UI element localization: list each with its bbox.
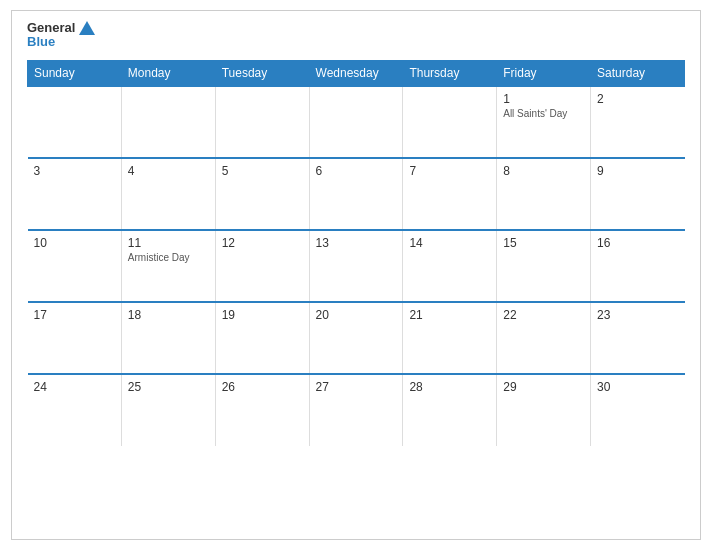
day-number: 28: [409, 380, 490, 394]
calendar-cell: 19: [215, 302, 309, 374]
calendar-cell: 11Armistice Day: [121, 230, 215, 302]
day-event: All Saints' Day: [503, 108, 584, 119]
day-number: 24: [34, 380, 115, 394]
calendar-cell: [215, 86, 309, 158]
calendar-cell: 4: [121, 158, 215, 230]
day-number: 25: [128, 380, 209, 394]
calendar-cell: [28, 86, 122, 158]
calendar-cell: 9: [591, 158, 685, 230]
calendar-cell: 20: [309, 302, 403, 374]
logo-triangle-icon: [79, 21, 95, 35]
calendar-cell: [121, 86, 215, 158]
day-number: 14: [409, 236, 490, 250]
weekday-header-saturday: Saturday: [591, 60, 685, 86]
calendar-cell: 2: [591, 86, 685, 158]
weekday-header-wednesday: Wednesday: [309, 60, 403, 86]
calendar-cell: 30: [591, 374, 685, 446]
weekday-header-sunday: Sunday: [28, 60, 122, 86]
calendar-week-row: 24252627282930: [28, 374, 685, 446]
day-number: 2: [597, 92, 678, 106]
day-number: 21: [409, 308, 490, 322]
day-number: 19: [222, 308, 303, 322]
calendar-cell: 8: [497, 158, 591, 230]
weekday-header-thursday: Thursday: [403, 60, 497, 86]
calendar-cell: 14: [403, 230, 497, 302]
calendar-cell: 21: [403, 302, 497, 374]
day-number: 20: [316, 308, 397, 322]
logo: General Blue: [27, 21, 95, 50]
calendar-cell: 5: [215, 158, 309, 230]
calendar-cell: 28: [403, 374, 497, 446]
day-number: 6: [316, 164, 397, 178]
day-number: 15: [503, 236, 584, 250]
calendar-cell: 26: [215, 374, 309, 446]
calendar-cell: 29: [497, 374, 591, 446]
calendar-cell: 13: [309, 230, 403, 302]
calendar-cell: 16: [591, 230, 685, 302]
day-number: 26: [222, 380, 303, 394]
calendar-cell: [403, 86, 497, 158]
day-number: 16: [597, 236, 678, 250]
calendar-cell: 22: [497, 302, 591, 374]
day-number: 9: [597, 164, 678, 178]
calendar-cell: 25: [121, 374, 215, 446]
calendar-cell: 23: [591, 302, 685, 374]
day-number: 5: [222, 164, 303, 178]
day-number: 11: [128, 236, 209, 250]
calendar-cell: 24: [28, 374, 122, 446]
day-number: 17: [34, 308, 115, 322]
calendar-cell: 17: [28, 302, 122, 374]
calendar-cell: 18: [121, 302, 215, 374]
day-number: 12: [222, 236, 303, 250]
day-event: Armistice Day: [128, 252, 209, 263]
calendar-header: General Blue: [27, 21, 685, 50]
day-number: 4: [128, 164, 209, 178]
logo-general-text: General: [27, 21, 75, 35]
day-number: 30: [597, 380, 678, 394]
weekday-header-tuesday: Tuesday: [215, 60, 309, 86]
weekday-header-row: SundayMondayTuesdayWednesdayThursdayFrid…: [28, 60, 685, 86]
calendar-cell: 15: [497, 230, 591, 302]
day-number: 27: [316, 380, 397, 394]
day-number: 13: [316, 236, 397, 250]
logo-blue-text: Blue: [27, 35, 55, 49]
calendar-cell: 10: [28, 230, 122, 302]
calendar-week-row: 1011Armistice Day1213141516: [28, 230, 685, 302]
calendar-cell: [309, 86, 403, 158]
calendar-table: SundayMondayTuesdayWednesdayThursdayFrid…: [27, 60, 685, 446]
calendar-week-row: 17181920212223: [28, 302, 685, 374]
calendar-cell: 3: [28, 158, 122, 230]
calendar-cell: 12: [215, 230, 309, 302]
calendar-week-row: 1All Saints' Day2: [28, 86, 685, 158]
day-number: 8: [503, 164, 584, 178]
calendar-cell: 6: [309, 158, 403, 230]
calendar-cell: 1All Saints' Day: [497, 86, 591, 158]
calendar-cell: 27: [309, 374, 403, 446]
day-number: 3: [34, 164, 115, 178]
day-number: 29: [503, 380, 584, 394]
day-number: 23: [597, 308, 678, 322]
day-number: 1: [503, 92, 584, 106]
day-number: 18: [128, 308, 209, 322]
day-number: 22: [503, 308, 584, 322]
calendar-cell: 7: [403, 158, 497, 230]
calendar-body: 1All Saints' Day234567891011Armistice Da…: [28, 86, 685, 446]
weekday-header-monday: Monday: [121, 60, 215, 86]
day-number: 7: [409, 164, 490, 178]
calendar-week-row: 3456789: [28, 158, 685, 230]
day-number: 10: [34, 236, 115, 250]
calendar-container: General Blue SundayMondayTuesdayWednesda…: [11, 10, 701, 540]
weekday-header-friday: Friday: [497, 60, 591, 86]
